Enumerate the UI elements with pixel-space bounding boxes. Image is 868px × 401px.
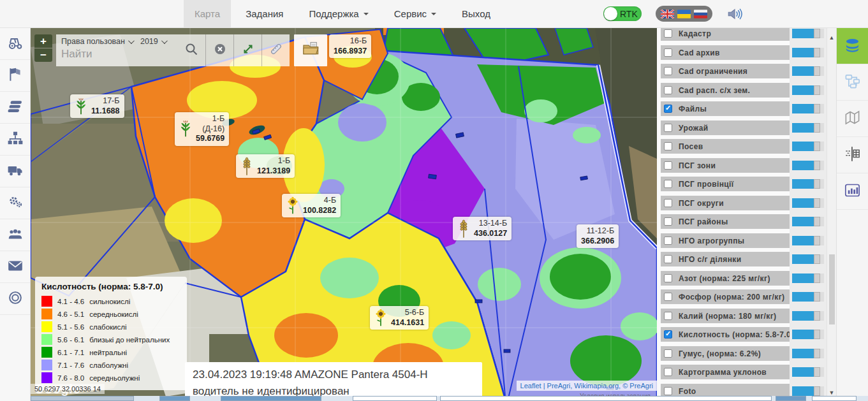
- clear-button[interactable]: [205, 34, 233, 66]
- layer-row[interactable]: Cad расп. с/х зем.: [661, 83, 790, 98]
- slider-handle[interactable]: [814, 311, 820, 321]
- layer-row[interactable]: Урожай: [661, 120, 790, 135]
- layer-checkbox[interactable]: [664, 237, 672, 245]
- layer-opacity-slider[interactable]: [792, 29, 824, 38]
- right-tool-map-sheets[interactable]: [837, 101, 868, 137]
- field-label-17-Б[interactable]: 17-Б11.1688: [70, 94, 124, 118]
- layer-checkbox[interactable]: [664, 387, 672, 395]
- slider-handle[interactable]: [814, 349, 820, 358]
- right-tool-bar-chart[interactable]: [837, 173, 868, 210]
- map-attribution[interactable]: Leaflet | PreAgri, Wikimapia.org, © PreA…: [517, 381, 657, 391]
- slider-handle[interactable]: [814, 254, 820, 264]
- ua-flag[interactable]: [677, 10, 691, 18]
- ru-flag[interactable]: [694, 10, 707, 18]
- slider-handle[interactable]: [814, 330, 820, 339]
- layers-scrollbar[interactable]: ▲ ▼: [827, 28, 836, 401]
- layer-checkbox[interactable]: [664, 142, 672, 150]
- left-tool-truck[interactable]: [0, 156, 30, 187]
- layer-opacity-slider[interactable]: [792, 330, 824, 339]
- layer-checkbox[interactable]: [664, 368, 672, 376]
- layer-opacity-slider[interactable]: [792, 254, 824, 264]
- slider-handle[interactable]: [814, 273, 820, 283]
- year-dropdown[interactable]: 2019: [140, 37, 166, 46]
- nav-item-support[interactable]: Поддержка: [298, 0, 379, 27]
- layer-row[interactable]: Картограмма уклонов: [661, 365, 790, 379]
- slider-handle[interactable]: [814, 236, 820, 245]
- slider-handle[interactable]: [814, 123, 820, 133]
- slider-handle[interactable]: [814, 217, 820, 226]
- layer-opacity-slider[interactable]: [792, 48, 824, 57]
- right-tool-layers-stack[interactable]: [837, 28, 868, 64]
- nav-item-map[interactable]: Карта: [184, 0, 231, 27]
- layer-checkbox[interactable]: [664, 124, 672, 132]
- layer-checkbox[interactable]: [664, 67, 672, 75]
- layer-opacity-slider[interactable]: [792, 386, 824, 396]
- right-tool-field-report[interactable]: [837, 137, 868, 173]
- layer-opacity-slider[interactable]: [792, 66, 824, 76]
- layer-row[interactable]: Гумус, (норма: 6.2%): [661, 346, 790, 361]
- layer-checkbox[interactable]: [664, 161, 672, 170]
- layer-checkbox[interactable]: [664, 255, 672, 263]
- layer-row[interactable]: Калий (норма: 180 мг/кг): [661, 309, 790, 323]
- scrollbar-thumb[interactable]: [829, 254, 835, 324]
- slider-handle[interactable]: [814, 29, 820, 38]
- field-label-4-Б[interactable]: 4-Б100.8282: [282, 194, 341, 217]
- field-label-16-Б[interactable]: 16-Б166.8937: [329, 34, 371, 58]
- layer-row[interactable]: Кислотность (норма: 5.8-7.0): [661, 327, 790, 342]
- layer-row[interactable]: Фосфор (норма: 200 мг/кг): [661, 289, 790, 304]
- zoom-in-button[interactable]: +: [34, 34, 52, 48]
- layer-row[interactable]: Файлы: [661, 101, 790, 116]
- layer-row[interactable]: Кадастр: [661, 28, 790, 41]
- layer-opacity-slider[interactable]: [792, 161, 824, 170]
- uk-flag[interactable]: [661, 10, 674, 18]
- nav-item-logout[interactable]: Выход: [451, 0, 501, 27]
- layer-checkbox[interactable]: [664, 217, 672, 226]
- slider-handle[interactable]: [814, 179, 820, 189]
- layer-row[interactable]: Посев: [661, 139, 790, 154]
- layer-opacity-slider[interactable]: [792, 311, 824, 321]
- layer-opacity-slider[interactable]: [792, 367, 824, 377]
- layer-checkbox[interactable]: [664, 29, 672, 38]
- files-button[interactable]: [294, 34, 327, 66]
- layer-opacity-slider[interactable]: [792, 85, 824, 95]
- left-tool-field-flags[interactable]: [0, 60, 30, 92]
- slider-handle[interactable]: [814, 48, 820, 57]
- search-button[interactable]: [177, 34, 205, 66]
- field-label-1-Б[interactable]: 1-Б121.3189: [236, 154, 295, 178]
- layer-row[interactable]: ПСГ районы: [661, 214, 790, 229]
- layer-checkbox[interactable]: [664, 199, 672, 207]
- slider-handle[interactable]: [814, 367, 820, 377]
- layer-row[interactable]: ПСГ зони: [661, 158, 790, 173]
- search-input[interactable]: [61, 46, 172, 61]
- scroll-down-arrow-icon[interactable]: ▼: [827, 390, 836, 396]
- layer-row[interactable]: Cad ограничения: [661, 64, 790, 78]
- slider-handle[interactable]: [814, 198, 820, 208]
- left-tool-mail[interactable]: [0, 251, 30, 283]
- layer-opacity-slider[interactable]: [792, 123, 824, 133]
- layer-checkbox[interactable]: [664, 180, 672, 188]
- left-tool-tractor[interactable]: [0, 28, 30, 60]
- rtk-toggle[interactable]: RTK: [603, 6, 642, 21]
- layer-opacity-slider[interactable]: [792, 349, 824, 358]
- layer-row[interactable]: Азот (норма: 225 мг/кг): [661, 271, 790, 286]
- user-rights-dropdown[interactable]: Права пользован: [61, 37, 133, 46]
- speaker-icon[interactable]: [726, 6, 743, 22]
- layer-checkbox[interactable]: [664, 330, 672, 339]
- layer-opacity-slider[interactable]: [792, 292, 824, 302]
- field-label-1-Б[interactable]: 1-Б(Д-16)59.6769: [175, 112, 229, 146]
- right-tool-diagram[interactable]: [837, 64, 868, 101]
- field-label-13-14-Б[interactable]: 13-14-Б436.0127: [453, 217, 511, 240]
- slider-handle[interactable]: [814, 142, 820, 151]
- layer-opacity-slider[interactable]: [792, 217, 824, 226]
- scroll-up-arrow-icon[interactable]: ▲: [827, 34, 836, 41]
- left-tool-hierarchy[interactable]: [0, 124, 30, 156]
- layer-row[interactable]: Cad архив: [661, 45, 790, 60]
- slider-handle[interactable]: [814, 104, 820, 113]
- layer-row[interactable]: ПСГ округи: [661, 196, 790, 210]
- slider-handle[interactable]: [814, 292, 820, 302]
- zoom-out-button[interactable]: −: [34, 48, 52, 62]
- layer-opacity-slider[interactable]: [792, 273, 824, 283]
- slider-handle[interactable]: [814, 386, 820, 396]
- layer-checkbox[interactable]: [664, 293, 672, 301]
- nav-item-service[interactable]: Сервис: [383, 0, 447, 27]
